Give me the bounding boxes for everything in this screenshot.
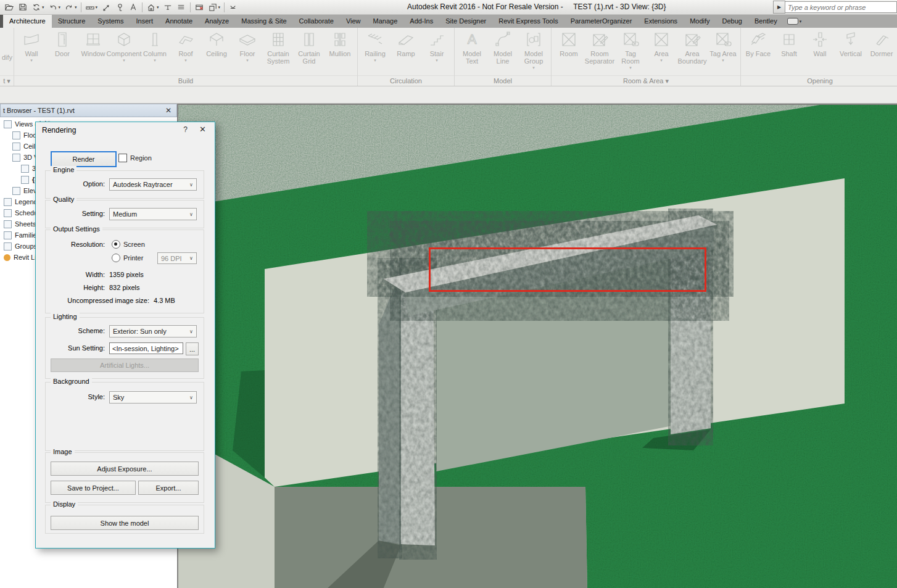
tab-extensions[interactable]: Extensions [638,15,684,28]
background-style-dropdown[interactable]: Sky∨ [109,391,197,404]
ribbon-button-model-text[interactable]: AModel Text [457,29,487,75]
ribbon-button-column[interactable]: Column▾ [139,29,170,75]
tab-architecture[interactable]: Architecture [3,15,52,28]
tab-parameterorganizer[interactable]: ParameterOrganizer [564,15,639,28]
tab-insert[interactable]: Insert [130,15,160,28]
tab-modify[interactable]: Modify [684,15,716,28]
dropdown-arrow-icon: ▾ [75,5,77,10]
undo-icon[interactable]: ▾ [46,1,63,14]
close-icon[interactable]: ✕ [199,125,206,134]
dialog-title-bar[interactable]: Rendering [36,122,215,138]
open-icon[interactable] [2,1,16,14]
ribbon-button-tag-room[interactable]: Tag Room▾ [615,29,646,75]
tab-manage[interactable]: Manage [367,15,404,28]
tab-collaborate[interactable]: Collaborate [293,15,340,28]
ribbon-button-window[interactable]: Window [78,29,109,75]
customize-qat-icon[interactable] [226,1,240,14]
tab-systems[interactable]: Systems [91,15,130,28]
close-icon[interactable]: ✕ [163,106,174,115]
ribbon-button-vertical[interactable]: Vertical [835,29,866,75]
dropdown-arrow-icon: ▾ [30,58,33,62]
ribbon-button-area-boundary[interactable]: Area Boundary [677,29,708,75]
tab-site-designer[interactable]: Site Designer [439,15,492,28]
sun-setting-field[interactable]: <In-session, Lighting> [109,342,183,354]
aligned-dimension-icon[interactable] [99,1,113,14]
setting-label: Setting: [46,210,105,217]
option-label: Option: [46,180,105,188]
project-browser-header[interactable]: t Browser - TEST (1).rvt ✕ [0,104,177,117]
ribbon-button-model-group[interactable]: Model Group▾ [518,29,549,75]
ribbon-button-model-line[interactable]: Model Line [487,29,518,75]
ribbon-button-mullion[interactable]: Mullion [324,29,355,75]
ribbon-button-area[interactable]: Area▾ [646,29,677,75]
ribbon-button-floor[interactable]: Floor▾ [232,29,263,75]
sync-with-central-icon[interactable]: ▾ [30,1,46,14]
tab-bentley[interactable]: Bentley [748,15,783,28]
printer-radio[interactable] [112,254,120,262]
switch-windows-icon[interactable]: ▾ [206,1,223,14]
ribbon-button-wall[interactable]: Wall▾ [16,29,47,75]
region-checkbox[interactable] [118,154,127,162]
save-icon[interactable] [16,1,30,14]
ribbon-button-roof[interactable]: Roof▾ [170,29,201,75]
tag-icon[interactable] [113,1,126,14]
quality-setting-dropdown[interactable]: Medium∨ [109,208,197,220]
tab-view[interactable]: View [340,15,367,28]
redo-icon[interactable]: ▾ [62,1,79,14]
close-inactive-windows-icon[interactable] [192,1,206,14]
search-arrow-button[interactable]: ▶ [773,1,785,14]
tab-add-ins[interactable]: Add-Ins [403,15,439,28]
modify-button-partial[interactable]: dify [2,54,12,75]
region-checkbox-row[interactable]: Region [118,154,152,162]
ribbon-button-by-face[interactable]: By Face [743,29,774,75]
ribbon-display-toggle[interactable]: ▾ [787,15,802,28]
printer-radio-row[interactable]: Printer [109,254,143,262]
ribbon-button-stair[interactable]: Stair▾ [421,29,452,75]
adjust-exposure-button[interactable]: Adjust Exposure... [51,462,199,476]
window-icon [83,30,103,49]
ribbon-button-shaft[interactable]: Shaft [774,29,804,75]
ribbon-tabs: ArchitectureStructureSystemsInsertAnnota… [3,15,783,28]
ribbon-button-ramp[interactable]: Ramp [391,29,421,75]
ribbon-button-wall[interactable]: Wall [804,29,835,75]
export-button[interactable]: Export... [138,481,199,495]
ribbon-button-label: Room Separator [584,50,615,65]
ribbon-button-dormer[interactable]: Dormer [866,29,897,75]
lighting-scheme-dropdown[interactable]: Exterior: Sun only∨ [109,325,197,337]
drawing-area-3d-view[interactable] [177,104,897,588]
ribbon-button-railing[interactable]: Railing▾ [360,29,391,75]
section-icon[interactable] [161,1,175,14]
default-3d-view-icon[interactable]: ▾ [144,1,161,14]
ribbon-button-component[interactable]: Component▾ [109,29,139,75]
ribbon-button-room[interactable]: Room [553,29,584,75]
text-icon[interactable] [126,1,140,14]
tab-debug[interactable]: Debug [716,15,748,28]
sun-setting-browse-button[interactable]: ... [186,342,199,355]
show-the-model-button[interactable]: Show the model [51,516,199,530]
screen-radio[interactable] [112,240,120,249]
ribbon-button-room-separator[interactable]: Room Separator [584,29,615,75]
families-icon [4,231,12,239]
tab-annotate[interactable]: Annotate [159,15,199,28]
ribbon-button-curtain-system[interactable]: Curtain System [263,29,294,75]
engine-option-dropdown[interactable]: Autodesk Raytracer∨ [109,178,197,191]
chevron-down-icon: ∨ [186,255,196,261]
tab-revit-express-tools[interactable]: Revit Express Tools [492,15,564,28]
render-button[interactable]: Render [51,151,117,167]
save-to-project-button[interactable]: Save to Project... [51,481,136,495]
ribbon-button-door[interactable]: Door [47,29,78,75]
thin-lines-icon[interactable] [175,1,188,14]
help-icon[interactable]: ? [183,125,188,134]
chevron-down-icon: ▾ [800,19,802,24]
ribbon-button-curtain-grid[interactable]: Curtain Grid [294,29,324,75]
measure-icon[interactable]: ▾ [83,1,100,14]
ribbon-button-tag-area[interactable]: Tag Area▾ [708,29,738,75]
tab-structure[interactable]: Structure [52,15,92,28]
ribbon-button-ceiling[interactable]: Ceiling [201,29,232,75]
tab-analyze[interactable]: Analyze [199,15,235,28]
rendering-dialog[interactable]: Rendering ? ✕ Render Region Engine Optio… [35,122,215,549]
lighting-group-label: Lighting [51,313,80,320]
screen-radio-row[interactable]: Screen [109,240,145,249]
search-input[interactable] [785,1,897,13]
tab-massing-site[interactable]: Massing & Site [235,15,292,28]
